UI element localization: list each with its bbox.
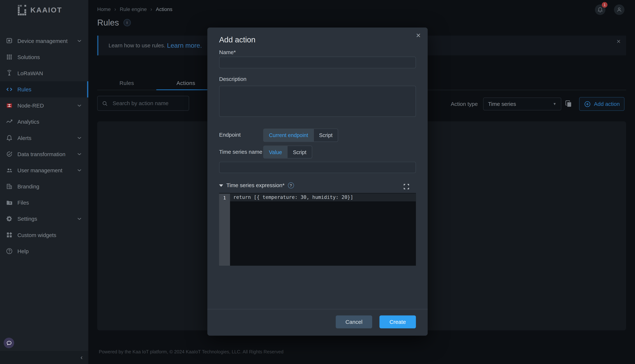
- sidebar-item-node-red[interactable]: Node-RED: [0, 98, 88, 114]
- code-line: return [{ temperature: 30, humidity: 20}…: [230, 194, 416, 202]
- sidebar-item-label: Files: [18, 200, 83, 206]
- modal-title: Add action: [219, 36, 255, 44]
- sidebar-item-branding[interactable]: Branding: [0, 178, 88, 194]
- ts-name-option-value[interactable]: Value: [264, 146, 287, 158]
- breadcrumb: Home›Rule engine›Actions: [97, 6, 172, 12]
- sidebar-item-rules[interactable]: Rules: [0, 81, 88, 98]
- breadcrumb-separator-icon: ›: [114, 6, 116, 12]
- banner-close-icon[interactable]: ✕: [616, 38, 621, 44]
- sidebar-item-files[interactable]: Files: [0, 194, 88, 210]
- sidebar-item-settings[interactable]: Settings: [0, 210, 88, 227]
- notification-badge: 1: [602, 2, 607, 8]
- tab-actions[interactable]: Actions: [156, 76, 216, 90]
- fullscreen-icon[interactable]: [403, 183, 410, 190]
- modal-footer-divider: [207, 309, 428, 309]
- sidebar-item-alerts[interactable]: Alerts: [0, 130, 88, 146]
- sidebar-item-solutions[interactable]: Solutions: [0, 49, 88, 65]
- action-type-select[interactable]: Time series ▼: [483, 98, 561, 110]
- chat-fab-button[interactable]: [4, 338, 14, 348]
- action-type-label: Action type: [451, 101, 478, 107]
- collapse-chevron-icon[interactable]: ‹: [81, 354, 83, 361]
- name-input[interactable]: [219, 57, 416, 68]
- search-input[interactable]: [112, 100, 185, 106]
- sidebar-item-label: Branding: [18, 184, 83, 190]
- endpoint-label: Endpoint: [219, 132, 241, 138]
- sidebar-item-lorawan[interactable]: LoRaWAN: [0, 65, 88, 81]
- sidebar-item-label: Node-RED: [18, 102, 76, 108]
- line-number: 1: [219, 195, 230, 200]
- people-icon: [6, 166, 13, 174]
- breadcrumb-item-rule-engine[interactable]: Rule engine: [120, 6, 147, 12]
- endpoint-option-script[interactable]: Script: [313, 129, 338, 142]
- sidebar-collapse-bar[interactable]: ‹: [0, 351, 88, 364]
- copy-button[interactable]: [565, 100, 573, 108]
- folder-icon: [6, 199, 13, 206]
- ts-name-option-script[interactable]: Script: [287, 146, 312, 158]
- tab-rules[interactable]: Rules: [97, 76, 156, 90]
- breadcrumb-item-actions: Actions: [156, 6, 172, 12]
- sidebar-item-analytics[interactable]: Analytics: [0, 114, 88, 130]
- sidebar-item-label: Analytics: [18, 119, 83, 125]
- endpoint-option-current-endpoint[interactable]: Current endpoint: [264, 129, 313, 142]
- logo-mark-icon: [18, 5, 28, 16]
- user-menu-button[interactable]: [614, 4, 624, 15]
- bell-icon: [597, 6, 603, 13]
- code-editor[interactable]: 1 return [{ temperature: 30, humidity: 2…: [219, 193, 416, 266]
- chat-bubble-icon: [6, 340, 12, 346]
- chevron-down-icon: [76, 216, 83, 222]
- cancel-button[interactable]: Cancel: [336, 316, 372, 328]
- sidebar-item-label: Settings: [18, 216, 76, 222]
- chevron-down-icon: [76, 102, 83, 109]
- sidebar-item-label: LoRaWAN: [18, 70, 83, 76]
- breadcrumb-item-home[interactable]: Home: [97, 6, 111, 12]
- action-type-value: Time series: [488, 101, 516, 107]
- description-textarea[interactable]: [219, 86, 416, 117]
- breadcrumb-separator-icon: ›: [150, 6, 152, 12]
- time-series-name-label: Time series name: [219, 149, 262, 155]
- sidebar-item-label: Device management: [18, 38, 76, 44]
- page-title: Rules: [97, 18, 119, 28]
- grid-icon: [6, 54, 13, 61]
- app-root: KAAIOT Device managementSolutionsLoRaWAN…: [0, 0, 635, 364]
- close-icon[interactable]: ✕: [414, 31, 423, 40]
- collapse-caret-icon[interactable]: [219, 184, 223, 186]
- sidebar-item-data-transformation[interactable]: Data transformation: [0, 146, 88, 162]
- chevron-down-icon: [76, 167, 83, 174]
- create-button[interactable]: Create: [379, 316, 416, 328]
- expression-header: Time series expression* ?: [219, 182, 294, 188]
- sidebar-item-label: Solutions: [18, 54, 83, 60]
- sidebar-item-label: Custom widgets: [18, 232, 83, 238]
- search-box[interactable]: [97, 96, 189, 111]
- person-icon: [616, 6, 622, 13]
- time-series-name-toggle-group: ValueScript: [263, 146, 312, 158]
- add-action-label: Add action: [594, 101, 620, 107]
- sidebar-item-device-management[interactable]: Device management: [0, 33, 88, 49]
- info-icon[interactable]: i: [123, 19, 131, 26]
- time-series-value-input[interactable]: [219, 162, 416, 173]
- sidebar-item-label: User management: [18, 167, 76, 173]
- sidebar-item-custom-widgets[interactable]: Custom widgets: [0, 227, 88, 243]
- banner-learn-more-link[interactable]: Learn more.: [167, 42, 202, 49]
- name-label: Name*: [219, 49, 236, 56]
- node-red-icon: [6, 102, 13, 109]
- sidebar-item-label: Alerts: [18, 135, 76, 141]
- plus-circle-icon: [584, 100, 590, 107]
- chevron-down-icon: [76, 151, 83, 157]
- code-icon: [6, 86, 13, 93]
- sidebar-item-help[interactable]: Help: [0, 243, 88, 259]
- sidebar-item-label: Help: [18, 248, 83, 254]
- building-icon: [6, 183, 13, 190]
- editor-code-area[interactable]: return [{ temperature: 30, humidity: 20}…: [230, 194, 416, 266]
- chevron-down-icon: [76, 135, 83, 141]
- footer-copyright: Powered by the Kaa IoT platform, © 2024 …: [99, 349, 284, 354]
- logo-text: KAAIOT: [30, 6, 62, 14]
- sidebar: KAAIOT Device managementSolutionsLoRaWAN…: [0, 0, 88, 364]
- sidebar-item-user-management[interactable]: User management: [0, 162, 88, 178]
- chevron-down-icon: ▼: [553, 102, 557, 106]
- logo[interactable]: KAAIOT: [18, 5, 62, 16]
- add-action-button[interactable]: Add action: [579, 97, 624, 111]
- sidebar-item-label: Rules: [18, 86, 81, 92]
- help-icon: [6, 248, 13, 255]
- page-title-row: Rules i: [97, 18, 131, 28]
- help-icon[interactable]: ?: [288, 182, 294, 188]
